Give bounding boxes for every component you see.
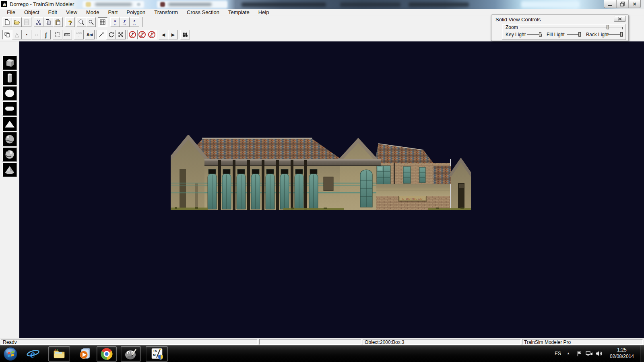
tray-volume-icon[interactable] <box>595 350 602 358</box>
measure-button[interactable] <box>62 30 72 39</box>
show-desktop-button[interactable] <box>640 346 644 362</box>
lock-y-icon: y↔ <box>138 31 146 38</box>
shape-cylinder-button[interactable] <box>2 71 17 85</box>
menu-object[interactable]: Object <box>20 9 44 15</box>
circle-icon: ○ <box>35 32 38 37</box>
axis-y-button[interactable]: y ↔ <box>120 17 130 27</box>
menu-cross-section[interactable]: Cross Section <box>182 9 224 15</box>
menu-view[interactable]: View <box>62 9 82 15</box>
zoom-in-button[interactable] <box>76 17 86 27</box>
new-button[interactable] <box>2 17 12 27</box>
axis-x-button[interactable]: x ↔ <box>110 17 120 27</box>
rotate-button[interactable] <box>106 30 116 39</box>
add-button[interactable]: ADD ▪ <box>74 30 84 39</box>
scale-button[interactable] <box>116 30 126 39</box>
taskbar-internet-explorer[interactable]: e <box>25 346 41 362</box>
start-button[interactable] <box>2 346 19 362</box>
help-button[interactable]: ? <box>65 17 75 27</box>
back-light-thumb[interactable] <box>620 32 623 37</box>
panel-close-button[interactable] <box>614 16 626 22</box>
light-controls-group: Zoom Key Light Fill Light Back Light <box>502 24 626 40</box>
taskbar-chrome[interactable] <box>97 346 117 362</box>
next-button[interactable]: ▶ <box>168 30 178 39</box>
menu-edit[interactable]: Edit <box>44 9 62 15</box>
find-button[interactable] <box>180 30 190 39</box>
back-light-slider[interactable] <box>608 32 623 37</box>
restore-button[interactable] <box>616 0 628 8</box>
shape-sphere-button[interactable] <box>2 86 17 101</box>
grid-snap-button[interactable] <box>98 17 107 27</box>
shape-globe-shaded-button[interactable] <box>2 147 17 162</box>
menu-part[interactable]: Part <box>103 9 122 15</box>
taskbar-windows-explorer[interactable] <box>48 346 70 362</box>
circle-button[interactable]: ○ <box>31 30 41 39</box>
tray-language[interactable]: ES <box>555 351 561 356</box>
save-button[interactable] <box>22 17 31 27</box>
open-folder-icon <box>14 19 20 25</box>
chrome-icon <box>99 347 114 361</box>
menu-help[interactable]: Help <box>254 9 274 15</box>
zoom-slider-thumb[interactable] <box>607 25 609 29</box>
shape-box-button[interactable] <box>2 56 17 70</box>
menu-polygon[interactable]: Polygon <box>122 9 150 15</box>
menu-file[interactable]: File <box>2 9 20 15</box>
menu-template[interactable]: Template <box>224 9 254 15</box>
menu-transform[interactable]: Transform <box>150 9 182 15</box>
triangle-icon: △ <box>15 32 19 37</box>
toolbar-separator <box>142 17 144 27</box>
paste-clipboard-icon <box>55 19 61 25</box>
cone-3d-icon <box>3 163 16 176</box>
point-button[interactable]: ▪ <box>22 30 31 39</box>
taskbar-gimp[interactable] <box>121 346 141 362</box>
lock-y-button[interactable]: y↔ <box>137 30 147 39</box>
lock-z-button[interactable]: z↔ <box>147 30 157 39</box>
move-button[interactable] <box>97 30 106 39</box>
shape-cone-3d-button[interactable] <box>2 162 17 177</box>
previous-button[interactable]: ◀ <box>159 30 168 39</box>
gimp-icon <box>124 347 138 361</box>
tray-chevron-icon[interactable]: ▲ <box>567 352 570 355</box>
key-light-slider[interactable] <box>527 32 542 37</box>
menu-mode[interactable]: Mode <box>82 9 104 15</box>
paste-button[interactable] <box>53 17 63 27</box>
fill-light-thumb[interactable] <box>578 32 581 37</box>
taskbar-media-player[interactable] <box>76 346 93 362</box>
shape-cone-button[interactable] <box>2 117 17 131</box>
key-light-thumb[interactable] <box>539 32 541 37</box>
animation-button[interactable]: Ani <box>85 30 95 39</box>
ruler-icon <box>64 31 70 38</box>
zoom-slider[interactable] <box>520 25 623 30</box>
open-button[interactable] <box>12 17 22 27</box>
select-button[interactable] <box>53 30 62 39</box>
shape-capsule-button[interactable] <box>2 101 17 116</box>
surfaces-button[interactable] <box>2 30 12 39</box>
lock-x-icon: x↔ <box>129 31 136 38</box>
help-icon: ? <box>68 19 72 25</box>
shape-globe-button[interactable] <box>2 132 17 146</box>
globe-shaded-icon <box>3 148 16 161</box>
status-message: Ready <box>1 339 258 345</box>
lock-x-button[interactable]: x↔ <box>128 30 137 39</box>
axis-z-button[interactable]: z ↔ <box>130 17 139 27</box>
previous-icon: ◀ <box>162 33 165 37</box>
copy-icon <box>45 19 52 25</box>
tray-action-center-flag-icon[interactable] <box>576 351 582 358</box>
cut-button[interactable] <box>34 17 43 27</box>
svg-text:C DORREGO: C DORREGO <box>402 197 423 200</box>
copy-button[interactable] <box>43 17 53 27</box>
close-button[interactable]: × <box>628 0 640 8</box>
status-object-info: Object:2000:Box.3 <box>363 339 521 345</box>
tray-clock[interactable]: 1:25 02/08/2014 <box>605 347 639 360</box>
triangle-button[interactable]: △ <box>12 30 22 39</box>
spline-button[interactable]: ∫ <box>41 30 51 39</box>
taskbar-trainsim-modeler[interactable]: TS M <box>146 346 168 362</box>
tray-date: 02/08/2014 <box>605 353 639 360</box>
close-icon <box>618 17 622 21</box>
minimize-button[interactable] <box>604 0 616 8</box>
tray-network-icon[interactable] <box>586 351 593 358</box>
zoom-out-button[interactable] <box>86 17 96 27</box>
fill-light-slider[interactable] <box>567 32 581 37</box>
app-icon <box>1 1 7 7</box>
station-model: C DORREGO <box>171 135 471 211</box>
viewport-3d[interactable]: C DORREGO <box>19 41 644 338</box>
